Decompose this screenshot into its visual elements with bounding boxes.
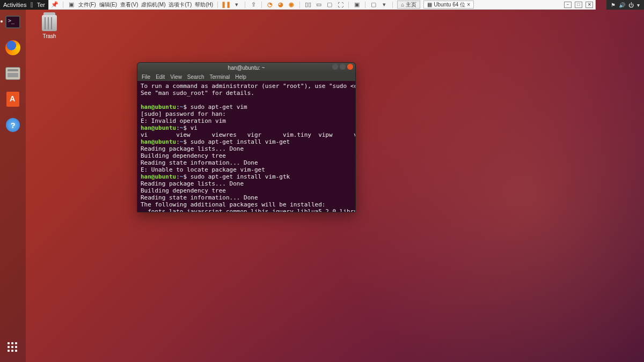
firefox-icon (5, 40, 20, 55)
ubuntu-top-bar: Activities Ter (0, 0, 48, 10)
dock-firefox[interactable] (4, 39, 22, 57)
vm-tabs-icon[interactable]: ▣ (68, 1, 75, 9)
window-maximize-button[interactable] (340, 64, 346, 70)
dock-software[interactable] (4, 90, 22, 108)
window-minimize-button[interactable] (332, 64, 338, 70)
vm-fullscreen-icon[interactable]: ⛶ (336, 1, 344, 9)
dock-help[interactable]: ? (4, 116, 22, 134)
window-close-button[interactable]: ✕ (586, 2, 593, 8)
vm-send-icon[interactable]: ⇪ (250, 1, 257, 9)
files-icon (5, 67, 20, 80)
vm-menu-vm[interactable]: 虚拟机(M) (141, 1, 165, 9)
vm-snapshot3-icon[interactable]: ◉ (288, 1, 295, 9)
software-icon (6, 92, 19, 107)
volume-icon[interactable]: 🔊 (619, 2, 625, 8)
terminal-titlebar[interactable]: han@ubuntu: ~ (137, 63, 355, 72)
top-app-label[interactable]: Ter (37, 2, 45, 8)
terminal-menubar: File Edit View Search Terminal Help (137, 72, 355, 81)
ubuntu-dock: ? (0, 10, 26, 362)
activities-button[interactable]: Activities (3, 2, 26, 8)
chevron-down-icon[interactable]: ▾ (380, 1, 388, 9)
vm-icon: ▦ (427, 2, 432, 8)
show-applications-button[interactable] (4, 338, 22, 357)
vm-snapshot-icon[interactable]: ◔ (266, 1, 274, 9)
home-icon: ⌂ (401, 2, 404, 8)
terminal-title: han@ubuntu: ~ (228, 65, 265, 71)
window-restore-button[interactable]: □ (575, 2, 582, 8)
vm-host-toolbar: 📌 ▣ 文件(F) 编辑(E) 查看(V) 虚拟机(M) 选项卡(T) 帮助(H… (48, 0, 596, 10)
help-icon: ? (6, 118, 20, 132)
vm-tab-home[interactable]: ⌂ 主页 (397, 1, 420, 9)
terminal-output[interactable]: To run a command as administrator (user … (137, 81, 355, 212)
terminal-icon (5, 16, 20, 28)
vm-menu-edit[interactable]: 编辑(E) (99, 1, 117, 9)
terminal-menu-terminal[interactable]: Terminal (210, 74, 230, 80)
vm-pause-icon[interactable]: ❚❚ (222, 1, 230, 9)
window-close-button[interactable] (347, 64, 353, 70)
vm-tab-ubuntu-label: Ubuntu 64 位 (434, 1, 465, 9)
chevron-down-icon[interactable]: ▾ (637, 2, 640, 8)
top-app-icon[interactable] (31, 2, 32, 8)
terminal-menu-file[interactable]: File (142, 74, 150, 80)
dock-terminal[interactable] (4, 13, 22, 31)
vm-screenshot-icon[interactable]: ▢ (370, 1, 377, 9)
terminal-menu-edit[interactable]: Edit (156, 74, 165, 80)
vm-library-icon[interactable]: ▣ (353, 1, 361, 9)
terminal-menu-search[interactable]: Search (187, 74, 204, 80)
vm-layout1-icon[interactable]: ▯▯ (304, 1, 312, 9)
chevron-down-icon[interactable]: ▾ (233, 1, 240, 9)
vm-snapshot2-icon[interactable]: ◕ (277, 1, 284, 9)
vm-unity-icon[interactable]: ▢ (326, 1, 333, 9)
terminal-menu-help[interactable]: Help (235, 74, 246, 80)
dock-files[interactable] (4, 64, 22, 83)
trash-label: Trash (38, 33, 61, 39)
vm-pin-icon[interactable]: 📌 (51, 1, 58, 9)
terminal-menu-view[interactable]: View (170, 74, 182, 80)
trash-desktop-icon[interactable]: Trash (38, 15, 61, 39)
terminal-window[interactable]: han@ubuntu: ~ File Edit View Search Term… (137, 62, 356, 212)
bluetooth-icon[interactable]: ⚑ (611, 2, 616, 8)
vm-layout2-icon[interactable]: ▭ (315, 1, 323, 9)
power-icon[interactable]: ⏻ (628, 2, 634, 8)
apps-grid-icon (8, 342, 18, 353)
close-icon[interactable]: × (467, 2, 470, 8)
window-minimize-button[interactable]: − (564, 2, 572, 8)
vm-menu-tabs[interactable]: 选项卡(T) (169, 1, 192, 9)
trash-icon (42, 15, 57, 31)
vm-menu-help[interactable]: 帮助(H) (195, 1, 213, 9)
vm-menu-view[interactable]: 查看(V) (120, 1, 138, 9)
vm-menu-file[interactable]: 文件(F) (78, 1, 96, 9)
host-status-bar: ⚑ 🔊 ⏻ ▾ (606, 0, 644, 10)
vm-tab-home-label: 主页 (406, 1, 416, 9)
vm-tab-ubuntu[interactable]: ▦ Ubuntu 64 位 × (423, 1, 474, 9)
